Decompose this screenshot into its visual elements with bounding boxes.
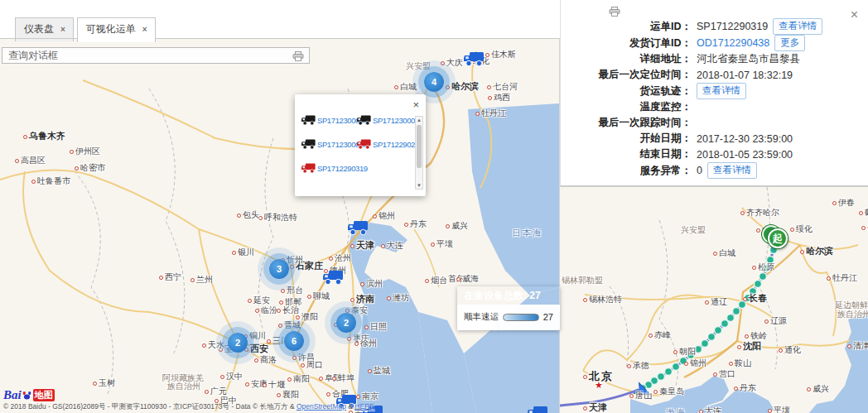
city-dot-icon <box>75 166 79 170</box>
truck-marker-icon[interactable] <box>464 50 485 67</box>
truck-id-link[interactable]: SP1712290319 <box>317 164 368 173</box>
popup-scrollbar[interactable]: ▲ ▼ <box>415 116 423 190</box>
baidu-logo-text: Bai <box>3 388 22 402</box>
detail-value-link[interactable]: OD1712290438 <box>697 37 769 49</box>
city-label: 白城 <box>713 247 735 259</box>
city-label: 兴安盟 <box>406 60 431 72</box>
city-label: 天津 <box>350 239 374 252</box>
city-label: 济南 <box>350 293 374 305</box>
city-dot-icon <box>287 377 292 382</box>
track-point-marker[interactable] <box>760 273 767 281</box>
track-point-marker[interactable] <box>708 334 716 341</box>
detail-action-button[interactable]: 查看详情 <box>697 83 746 99</box>
track-point-marker[interactable] <box>673 363 680 371</box>
route-map[interactable]: 齐齐哈尔伊春鹤岗佳木兴安盟大庆绥化白城哈尔滨松原牡丹江锡林郭勒盟锡林浩特通辽长春… <box>560 186 868 413</box>
truck-list-item[interactable]: SP1712300046 <box>301 114 357 126</box>
tab-close-icon[interactable]: × <box>60 25 65 34</box>
city-dot-icon <box>684 362 688 366</box>
truck-marker-icon[interactable] <box>528 405 549 413</box>
city-label: 呼和浩特 <box>258 212 297 223</box>
city-label: 威兴 <box>807 383 829 395</box>
city-label: 邢台 <box>281 285 303 296</box>
popup-close-icon[interactable]: × <box>412 99 419 110</box>
city-dot-icon <box>263 383 267 387</box>
city-label: 沈阳 <box>737 340 761 353</box>
city-dot-icon <box>583 406 587 411</box>
truck-list-item[interactable]: SP1712290319 <box>301 162 357 174</box>
detail-action-button[interactable]: 查看详情 <box>773 18 822 35</box>
route-start-marker[interactable]: 起 <box>768 228 788 248</box>
track-point-marker[interactable] <box>733 308 740 315</box>
city-label: 玉树 <box>93 377 115 389</box>
track-point-marker[interactable] <box>702 340 709 348</box>
query-dialog-bar[interactable]: 查询对话框 <box>2 47 310 64</box>
city-label: 盐城 <box>368 365 390 377</box>
city-dot-icon <box>737 345 741 349</box>
track-point-marker[interactable] <box>727 315 735 322</box>
panel-print-icon[interactable] <box>609 7 620 17</box>
fleet-map[interactable]: 乌鲁木齐高昌区伊州区哈密市吐鲁番市兴安盟大庆绥化佳木斯白城哈尔滨七台河鸡西牡丹江… <box>0 39 560 413</box>
city-dot-icon <box>205 390 209 394</box>
truck-list-item[interactable]: SP1712300051 <box>357 114 412 126</box>
city-label: 伊春 <box>832 197 855 209</box>
detail-action-button[interactable]: 查看详情 <box>707 162 757 179</box>
city-dot-icon <box>699 410 703 413</box>
vehicle-cluster-marker[interactable]: 2 <box>228 333 248 353</box>
truck-icon <box>357 138 372 150</box>
vehicle-cluster-marker[interactable]: 3 <box>269 259 289 279</box>
vehicle-cluster-marker[interactable]: 4 <box>424 72 444 92</box>
truck-list-item[interactable]: SP1712300063 <box>301 138 357 150</box>
city-label: 锦州 <box>684 358 706 369</box>
city-dot-icon <box>254 358 258 363</box>
city-dot-icon <box>350 244 354 248</box>
city-dot-icon <box>487 85 491 89</box>
city-label: 朝阳 <box>673 346 696 358</box>
city-label: 唐山 <box>629 390 652 401</box>
truck-marker-icon[interactable] <box>323 269 345 286</box>
detail-row: 发货订单ID：OD1712290438更多 <box>561 35 842 51</box>
city-label: 北京★ <box>583 369 614 384</box>
here-link[interactable]: HERE <box>354 402 374 411</box>
city-label: 威海 <box>456 273 479 285</box>
city-dot-icon <box>441 61 445 65</box>
tab-label: 可视化运单 <box>86 22 136 36</box>
detail-row: 最后一次跟踪时间： <box>561 115 842 131</box>
city-label: 大连 <box>381 240 403 252</box>
city-label: 烟台 <box>425 275 447 286</box>
city-label: 通化 <box>779 344 801 356</box>
panel-close-icon[interactable]: × <box>851 8 858 22</box>
capital-star-icon: ★ <box>595 380 605 391</box>
baidu-logo[interactable]: Bai 地图 <box>3 388 55 402</box>
tab-visual-waybill[interactable]: 可视化运单× <box>77 17 156 42</box>
truck-list-item[interactable]: SP1712290267 <box>357 138 412 150</box>
track-point-marker[interactable] <box>715 327 722 334</box>
waybill-detail-panel: × 运单ID：SP1712290319查看详情发货订单ID：OD17122904… <box>560 0 868 186</box>
scroll-down-icon[interactable]: ▼ <box>416 183 422 188</box>
truck-marker-icon[interactable] <box>348 219 369 236</box>
detail-label: 发货订单ID： <box>561 36 692 50</box>
city-dot-icon <box>237 214 241 218</box>
city-label: 锡林郭勒盟 <box>562 275 603 286</box>
track-point-marker[interactable] <box>665 368 673 376</box>
query-collapse-icon[interactable] <box>292 51 304 61</box>
city-dot-icon <box>713 252 717 256</box>
track-point-marker[interactable] <box>721 320 729 328</box>
track-point-marker[interactable] <box>755 281 762 288</box>
city-dot-icon <box>488 96 492 100</box>
city-dot-icon <box>485 53 489 57</box>
city-dot-icon <box>394 85 398 89</box>
city-label: 渤海 <box>666 407 687 413</box>
city-label: 伊州区 <box>70 146 100 157</box>
city-label: 乌鲁木齐 <box>23 130 65 142</box>
scroll-up-icon[interactable]: ▲ <box>416 118 422 122</box>
detail-row: 最后一次定位时间：2018-01-07 18:32:19 <box>561 67 842 83</box>
scrollbar-thumb[interactable] <box>417 125 422 168</box>
city-label: 天津 <box>583 401 607 413</box>
truck-list-popup: × SP1712300046SP1712300051SP1712300063SP… <box>295 94 426 196</box>
osm-link[interactable]: OpenStreetMap <box>297 402 346 411</box>
vehicle-cluster-marker[interactable]: 2 <box>336 313 356 333</box>
tab-close-icon[interactable]: × <box>142 25 147 34</box>
vehicle-cluster-marker[interactable]: 6 <box>284 331 304 351</box>
city-dot-icon <box>15 159 19 163</box>
detail-action-button[interactable]: 更多 <box>774 35 805 51</box>
